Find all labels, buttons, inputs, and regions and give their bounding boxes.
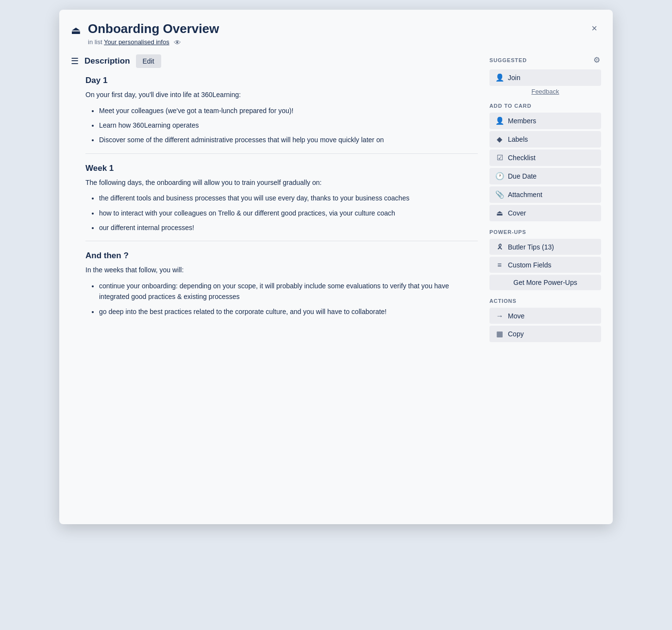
members-label: Members <box>508 117 536 125</box>
description-icon: ☰ <box>71 56 79 66</box>
section-day1-title: Day 1 <box>85 76 478 85</box>
labels-icon: ◆ <box>495 135 504 144</box>
feedback-link[interactable]: Feedback <box>489 88 601 95</box>
due-date-label: Due Date <box>508 172 537 180</box>
checklist-icon: ☑ <box>495 153 504 162</box>
suggested-title: SUGGESTED <box>489 57 527 63</box>
move-button[interactable]: → Move <box>489 308 601 324</box>
header-text: Onboarding Overview in list Your persona… <box>88 21 581 47</box>
cover-label: Cover <box>508 209 526 217</box>
list-item: our different internal processes! <box>99 222 478 233</box>
attachment-button[interactable]: 📎 Attachment <box>489 186 601 203</box>
section-and-then-list: continue your onboarding: depending on y… <box>85 281 478 317</box>
join-label: Join <box>508 74 521 82</box>
list-item: Meet your colleagues (we've got a team-l… <box>99 105 478 116</box>
list-item: continue your onboarding: depending on y… <box>99 281 478 302</box>
actions-title: ACTIONS <box>489 298 601 304</box>
custom-fields-label: Custom Fields <box>508 261 551 269</box>
section-day1-list: Meet your colleagues (we've got a team-l… <box>85 105 478 146</box>
clock-icon: 🕐 <box>495 172 504 181</box>
copy-button[interactable]: ▦ Copy <box>489 326 601 342</box>
move-label: Move <box>508 312 524 320</box>
modal-header: ⏏ Onboarding Overview in list Your perso… <box>59 10 613 47</box>
description-content: Day 1 On your first day, you'll dive int… <box>71 76 478 317</box>
section-day1: Day 1 On your first day, you'll dive int… <box>85 76 478 146</box>
section-day1-intro: On your first day, you'll dive into life… <box>85 89 478 100</box>
copy-label: Copy <box>508 330 524 338</box>
due-date-button[interactable]: 🕐 Due Date <box>489 168 601 184</box>
suggested-header: SUGGESTED ⚙ <box>489 54 601 66</box>
custom-fields-button[interactable]: ≡ Custom Fields <box>489 257 601 273</box>
paperclip-icon: 📎 <box>495 190 504 199</box>
modal-body: ☰ Description Edit Day 1 On your first d… <box>59 47 613 524</box>
copy-icon: ▦ <box>495 330 504 338</box>
custom-fields-icon: ≡ <box>495 261 504 269</box>
get-more-powerups-button[interactable]: Get More Power-Ups <box>489 275 601 290</box>
watch-icon[interactable]: 👁 <box>174 38 181 47</box>
join-button[interactable]: 👤 Join <box>489 69 601 86</box>
section-week1: Week 1 The following days, the onboardin… <box>85 164 478 233</box>
list-item: how to interact with your colleagues on … <box>99 208 478 218</box>
card-icon: ⏏ <box>71 24 81 37</box>
arrow-icon: → <box>495 312 504 320</box>
list-item: Discover some of the different administr… <box>99 134 478 145</box>
card-modal: ⏏ Onboarding Overview in list Your perso… <box>59 10 613 524</box>
description-header: ☰ Description Edit <box>71 54 478 68</box>
cover-icon: ⏏ <box>495 209 504 217</box>
list-link[interactable]: Your personalised infos <box>104 38 169 46</box>
checklist-label: Checklist <box>508 154 536 162</box>
members-button[interactable]: 👤 Members <box>489 113 601 129</box>
cover-button[interactable]: ⏏ Cover <box>489 205 601 221</box>
sidebar: SUGGESTED ⚙ 👤 Join Feedback ADD TO CARD … <box>489 54 601 513</box>
powerups-title: POWER-UPS <box>489 229 601 235</box>
labels-label: Labels <box>508 135 528 143</box>
section-week1-list: the different tools and business process… <box>85 193 478 233</box>
attachment-label: Attachment <box>508 191 542 199</box>
description-title: Description <box>84 56 130 66</box>
edit-description-button[interactable]: Edit <box>136 54 161 68</box>
members-icon: 👤 <box>495 116 504 125</box>
butler-icon: 🎗 <box>495 243 504 251</box>
divider-2 <box>85 241 478 241</box>
butler-label: Butler Tips (13) <box>508 243 554 251</box>
add-to-card-title: ADD TO CARD <box>489 103 601 109</box>
main-content: ☰ Description Edit Day 1 On your first d… <box>71 54 478 513</box>
section-week1-title: Week 1 <box>85 164 478 173</box>
section-and-then-title: And then ? <box>85 251 478 261</box>
labels-button[interactable]: ◆ Labels <box>489 131 601 148</box>
card-title: Onboarding Overview <box>88 21 581 36</box>
list-item: go deep into the best practices related … <box>99 306 478 317</box>
section-and-then-intro: In the weeks that follow, you will: <box>85 265 478 275</box>
section-and-then: And then ? In the weeks that follow, you… <box>85 251 478 317</box>
butler-tips-button[interactable]: 🎗 Butler Tips (13) <box>489 239 601 255</box>
card-subtitle: in list Your personalised infos 👁 <box>88 38 581 47</box>
person-icon: 👤 <box>495 73 504 82</box>
subtitle-prefix: in list <box>88 38 102 46</box>
gear-button[interactable]: ⚙ <box>592 54 601 66</box>
divider-1 <box>85 153 478 154</box>
checklist-button[interactable]: ☑ Checklist <box>489 149 601 166</box>
close-button[interactable]: × <box>588 21 601 35</box>
section-week1-intro: The following days, the onboarding will … <box>85 177 478 188</box>
list-item: the different tools and business process… <box>99 193 478 203</box>
list-item: Learn how 360Learning operates <box>99 120 478 131</box>
